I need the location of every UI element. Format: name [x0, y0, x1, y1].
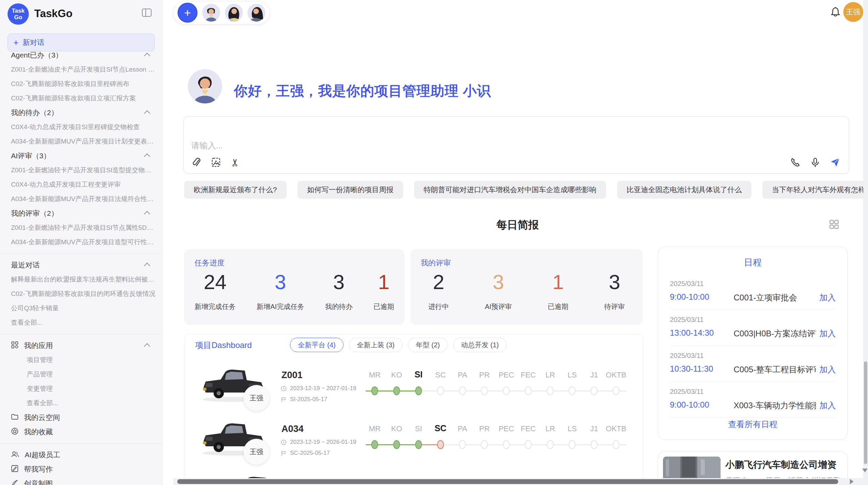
sidebar-tool-item[interactable]: 创意制图 — [11, 476, 162, 485]
sidebar-item-star-badge[interactable]: 我的收藏 — [11, 425, 162, 439]
section-label: AI评审（3） — [11, 151, 51, 161]
schedule-title: 日程 — [658, 257, 847, 269]
recent-conversation-item[interactable]: 解释最新出台的欧盟报废车法规再生塑料比例被调至15%... — [11, 272, 162, 287]
sidebar-section-header[interactable]: AI评审（3） — [11, 149, 162, 163]
sidebar-task-item[interactable]: C0X4-动力总成开发项目SI里程碑提交物检查 — [11, 120, 162, 134]
dashboard-tabs: 全新平台 (4)全新上装 (3)年型 (2)动总开发 (1) — [290, 338, 507, 352]
schedule-time: 9:00-10:00 — [670, 400, 709, 410]
suggestion-chip[interactable]: 特朗普可能对进口汽车增税会对中国车企造成哪些影响 — [414, 181, 606, 199]
briefing-title: 每日简报 — [173, 218, 862, 232]
dashboard-filter-tab[interactable]: 全新上装 (3) — [349, 338, 402, 352]
app-item[interactable]: 项目管理 — [11, 353, 162, 367]
user-avatar[interactable]: 王强 — [843, 2, 863, 22]
sidebar-section-header[interactable]: 我的评审（2） — [11, 206, 162, 221]
milestone-label: KO — [386, 371, 408, 380]
view-all-link[interactable]: 查看全部... — [11, 396, 162, 410]
chat-input-box[interactable]: 请输入... ✂ — [183, 116, 849, 174]
join-link[interactable]: 加入 — [819, 400, 836, 411]
sidebar-tool-item[interactable]: AI超级员工 — [11, 448, 162, 462]
schedule-time: 9:00-10:00 — [670, 292, 709, 302]
suggestion-chip[interactable]: 欧洲新规最近颁布了什么? — [184, 181, 287, 199]
layout-grid-icon[interactable] — [829, 219, 839, 229]
mic-icon[interactable] — [810, 157, 821, 168]
suggestion-chip[interactable]: 如何写一份清晰的项目周报 — [298, 181, 403, 199]
schedule-item: 2025/03/119:00-10:00X003-车辆动力学性能验...加入 — [670, 382, 836, 418]
stat-label: 已逾期 — [373, 302, 394, 311]
image-icon[interactable] — [210, 157, 221, 168]
sidebar-task-item[interactable]: Z001-全新燃油皮卡产品开发项目SI节点Lesson Learn报告 — [11, 62, 162, 77]
schedule-date: 2025/03/11 — [670, 388, 704, 396]
sidebar-section-header[interactable]: 最近对话 — [11, 258, 162, 272]
horizontal-scrollbar-track[interactable] — [173, 478, 863, 485]
app-item[interactable]: 变更管理 — [11, 382, 162, 396]
sidebar-task-item[interactable]: A034-全新新能源MUV产品开发项目法规符合性评审 — [11, 192, 162, 206]
divider — [0, 443, 162, 444]
suggestion-chip[interactable]: 当下年轻人对汽车外观有怎样的喜好趋势 — [762, 181, 868, 199]
vertical-scrollbar-track[interactable] — [863, 0, 868, 485]
my-reviews-card: 我的评审 2进行中3AI预评审1已逾期3待评审 — [410, 249, 643, 325]
sidebar-item-folder[interactable]: 我的云空间 — [11, 410, 162, 425]
milestone-dot — [481, 440, 488, 449]
apps-label: 我的应用 — [24, 341, 53, 350]
sidebar-task-item[interactable]: Z001-全新燃油轻卡产品开发项目SI节点属性5D文件评审 — [11, 221, 162, 235]
dashboard-filter-tab[interactable]: 全新平台 (4) — [290, 338, 343, 352]
add-conversation-button[interactable]: + — [178, 3, 197, 23]
join-link[interactable]: 加入 — [819, 364, 836, 375]
dashboard-filter-tab[interactable]: 年型 (2) — [408, 338, 448, 352]
attach-icon[interactable] — [191, 157, 202, 168]
sidebar-list: Agent已办（3）Z001-全新燃油皮卡产品开发项目SI节点Lesson Le… — [0, 48, 162, 485]
milestone-dot — [503, 440, 510, 449]
join-link[interactable]: 加入 — [819, 292, 836, 303]
schedule-item: 2025/03/1113:00-14:30C003|H0B-方案冻结评审加入 — [670, 310, 836, 346]
suggestion-chip[interactable]: 比亚迪全固态电池计划具体说了什么 — [617, 181, 751, 199]
sidebar-tool-item[interactable]: 帮我写作 — [11, 462, 162, 476]
task-progress-card: 任务进度 24新增完成任务3新增AI完成任务3我的待办1已逾期 — [184, 249, 405, 325]
recent-conversation-item[interactable]: 公司Q3轻卡销量 — [11, 301, 162, 315]
milestone-label: PR — [473, 424, 495, 433]
pen-icon — [11, 479, 19, 485]
clock-icon — [281, 439, 287, 445]
sidebar-task-item[interactable]: A034-全新新能源MUV产品开发项目造型可行性评审 — [11, 235, 162, 249]
sidebar-section-header[interactable]: Agent已办（3） — [11, 48, 162, 62]
send-icon[interactable] — [830, 157, 841, 168]
avatar[interactable] — [248, 4, 265, 22]
app-item[interactable]: 产品管理 — [11, 367, 162, 382]
sidebar-collapse-icon[interactable] — [142, 8, 152, 18]
vertical-scrollbar-thumb[interactable] — [864, 361, 867, 464]
join-link[interactable]: 加入 — [819, 328, 836, 339]
milestone-label: KO — [386, 424, 408, 433]
new-chat-label: 新对话 — [23, 38, 44, 47]
star-badge-icon — [11, 427, 19, 437]
recent-conversation-item[interactable]: C02-飞腾新能源轻客改款项目的闭环通告反馈情况 — [11, 287, 162, 301]
stat-label: 新增AI完成任务 — [257, 302, 304, 311]
sidebar-task-item[interactable]: C02-飞腾新能源轻客改款项目立项汇报方案 — [11, 91, 162, 105]
stat-label: AI预评审 — [485, 302, 512, 311]
scissors-icon[interactable]: ✂ — [230, 157, 241, 168]
sidebar-task-item[interactable]: C02-飞腾新能源轻客改款项目里程碑画布 — [11, 77, 162, 91]
view-all-schedule-link[interactable]: 查看所有日程 — [658, 419, 847, 430]
stat-value: 3 — [333, 270, 345, 294]
tool-label: 帮我写作 — [24, 464, 53, 474]
avatar[interactable] — [202, 4, 220, 22]
sidebar-task-item[interactable]: A034-全新新能源MUV产品开发项目计划变更表编写 — [11, 134, 162, 149]
sidebar-task-item[interactable]: C0X4-动力总成开发项目工程变更评审 — [11, 177, 162, 192]
scroll-right-arrow-icon[interactable] — [850, 479, 854, 484]
milestone-dot — [459, 386, 466, 395]
scroll-down-arrow-icon[interactable] — [862, 469, 868, 472]
milestone-label: PEC — [495, 424, 517, 433]
milestone-dot — [547, 386, 554, 395]
view-all-link[interactable]: 查看全部... — [11, 315, 162, 330]
horizontal-scrollbar-thumb[interactable] — [177, 479, 838, 484]
avatar[interactable] — [225, 4, 243, 22]
sidebar-item-my-apps[interactable]: 我的应用 — [11, 338, 162, 353]
phone-icon[interactable] — [790, 157, 801, 168]
section-label: Agent已办（3） — [11, 50, 63, 60]
dashboard-filter-tab[interactable]: 动总开发 (1) — [453, 338, 507, 352]
chat-input-placeholder: 请输入... — [191, 140, 223, 151]
sidebar-task-item[interactable]: Z001-全新燃油轻卡产品开发项目SI造型提交物评审 — [11, 163, 162, 177]
notifications-bell-icon[interactable] — [830, 6, 841, 18]
app-title: TaskGo — [34, 8, 72, 20]
sidebar-section-header[interactable]: 我的待办（2） — [11, 105, 162, 120]
milestone-label: SC — [430, 423, 451, 433]
user-name: 王强 — [846, 7, 860, 17]
